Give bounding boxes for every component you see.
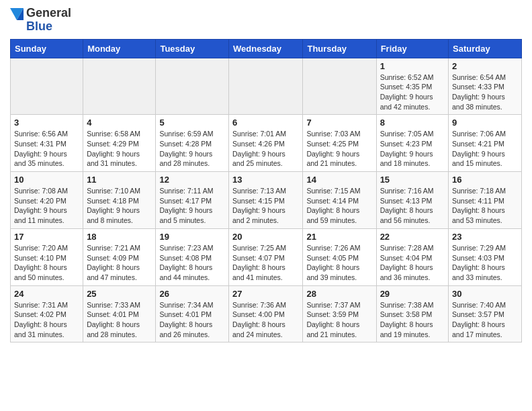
day-number: 21 bbox=[306, 232, 372, 242]
day-info: Sunrise: 7:08 AM Sunset: 4:20 PM Dayligh… bbox=[14, 186, 79, 226]
day-info: Sunrise: 7:16 AM Sunset: 4:13 PM Dayligh… bbox=[380, 186, 445, 226]
calendar-day-cell: 22Sunrise: 7:28 AM Sunset: 4:04 PM Dayli… bbox=[376, 228, 448, 285]
weekday-header: Tuesday bbox=[156, 39, 229, 58]
day-info: Sunrise: 7:06 AM Sunset: 4:21 PM Dayligh… bbox=[452, 129, 518, 169]
calendar-day-cell: 16Sunrise: 7:18 AM Sunset: 4:11 PM Dayli… bbox=[449, 172, 522, 229]
day-info: Sunrise: 6:54 AM Sunset: 4:33 PM Dayligh… bbox=[452, 73, 518, 112]
day-number: 18 bbox=[87, 232, 152, 242]
calendar-day-cell: 7Sunrise: 7:03 AM Sunset: 4:25 PM Daylig… bbox=[303, 115, 376, 172]
day-number: 26 bbox=[159, 289, 225, 299]
weekday-header: Wednesday bbox=[229, 39, 303, 58]
day-number: 15 bbox=[380, 175, 445, 185]
calendar-day-cell: 20Sunrise: 7:25 AM Sunset: 4:07 PM Dayli… bbox=[229, 228, 303, 285]
day-number: 16 bbox=[452, 175, 518, 185]
day-number: 5 bbox=[159, 118, 225, 128]
calendar-day-cell: 23Sunrise: 7:29 AM Sunset: 4:03 PM Dayli… bbox=[449, 228, 522, 285]
calendar-day-cell: 13Sunrise: 7:13 AM Sunset: 4:15 PM Dayli… bbox=[229, 172, 303, 229]
calendar-day-cell: 8Sunrise: 7:05 AM Sunset: 4:23 PM Daylig… bbox=[376, 115, 448, 172]
calendar-day-cell: 12Sunrise: 7:11 AM Sunset: 4:17 PM Dayli… bbox=[156, 172, 229, 229]
day-info: Sunrise: 7:31 AM Sunset: 4:02 PM Dayligh… bbox=[14, 300, 79, 340]
calendar-day-cell: 17Sunrise: 7:20 AM Sunset: 4:10 PM Dayli… bbox=[11, 228, 83, 285]
calendar-day-cell: 28Sunrise: 7:37 AM Sunset: 3:59 PM Dayli… bbox=[303, 285, 376, 342]
day-info: Sunrise: 7:38 AM Sunset: 3:58 PM Dayligh… bbox=[380, 300, 445, 340]
day-number: 12 bbox=[159, 175, 225, 185]
calendar-day-cell bbox=[156, 58, 229, 115]
day-info: Sunrise: 7:01 AM Sunset: 4:26 PM Dayligh… bbox=[232, 129, 299, 169]
day-number: 14 bbox=[306, 175, 372, 185]
day-number: 17 bbox=[14, 232, 79, 242]
day-number: 25 bbox=[87, 289, 152, 299]
calendar-day-cell: 18Sunrise: 7:21 AM Sunset: 4:09 PM Dayli… bbox=[83, 228, 156, 285]
calendar-day-cell: 19Sunrise: 7:23 AM Sunset: 4:08 PM Dayli… bbox=[156, 228, 229, 285]
calendar-day-cell: 10Sunrise: 7:08 AM Sunset: 4:20 PM Dayli… bbox=[11, 172, 83, 229]
day-info: Sunrise: 6:56 AM Sunset: 4:31 PM Dayligh… bbox=[14, 129, 79, 169]
day-number: 11 bbox=[87, 175, 152, 185]
calendar-header-row: SundayMondayTuesdayWednesdayThursdayFrid… bbox=[11, 39, 522, 58]
calendar-day-cell: 14Sunrise: 7:15 AM Sunset: 4:14 PM Dayli… bbox=[303, 172, 376, 229]
day-number: 24 bbox=[14, 289, 79, 299]
calendar-day-cell: 11Sunrise: 7:10 AM Sunset: 4:18 PM Dayli… bbox=[83, 172, 156, 229]
day-info: Sunrise: 7:36 AM Sunset: 4:00 PM Dayligh… bbox=[232, 300, 299, 340]
calendar-day-cell: 25Sunrise: 7:33 AM Sunset: 4:01 PM Dayli… bbox=[83, 285, 156, 342]
logo: GeneralBlue bbox=[10, 7, 71, 34]
day-number: 9 bbox=[452, 118, 518, 128]
day-number: 19 bbox=[159, 232, 225, 242]
day-number: 3 bbox=[14, 118, 79, 128]
calendar-day-cell: 30Sunrise: 7:40 AM Sunset: 3:57 PM Dayli… bbox=[449, 285, 522, 342]
day-info: Sunrise: 7:21 AM Sunset: 4:09 PM Dayligh… bbox=[87, 243, 152, 283]
calendar-day-cell: 29Sunrise: 7:38 AM Sunset: 3:58 PM Dayli… bbox=[376, 285, 448, 342]
calendar-day-cell bbox=[11, 58, 83, 115]
day-number: 7 bbox=[306, 118, 372, 128]
day-info: Sunrise: 7:23 AM Sunset: 4:08 PM Dayligh… bbox=[159, 243, 225, 283]
calendar-week-row: 10Sunrise: 7:08 AM Sunset: 4:20 PM Dayli… bbox=[11, 172, 522, 229]
day-info: Sunrise: 6:58 AM Sunset: 4:29 PM Dayligh… bbox=[87, 129, 152, 169]
day-number: 27 bbox=[232, 289, 299, 299]
day-number: 23 bbox=[452, 232, 518, 242]
logo-general-text: General bbox=[26, 7, 71, 20]
day-number: 20 bbox=[232, 232, 299, 242]
calendar-day-cell: 27Sunrise: 7:36 AM Sunset: 4:00 PM Dayli… bbox=[229, 285, 303, 342]
calendar-day-cell: 6Sunrise: 7:01 AM Sunset: 4:26 PM Daylig… bbox=[229, 115, 303, 172]
calendar-week-row: 17Sunrise: 7:20 AM Sunset: 4:10 PM Dayli… bbox=[11, 228, 522, 285]
day-number: 13 bbox=[232, 175, 299, 185]
day-info: Sunrise: 7:05 AM Sunset: 4:23 PM Dayligh… bbox=[380, 129, 445, 169]
calendar-day-cell: 21Sunrise: 7:26 AM Sunset: 4:05 PM Dayli… bbox=[303, 228, 376, 285]
calendar-day-cell: 5Sunrise: 6:59 AM Sunset: 4:28 PM Daylig… bbox=[156, 115, 229, 172]
calendar-day-cell bbox=[229, 58, 303, 115]
day-info: Sunrise: 7:37 AM Sunset: 3:59 PM Dayligh… bbox=[306, 300, 372, 340]
calendar-day-cell bbox=[83, 58, 156, 115]
weekday-header: Sunday bbox=[11, 39, 83, 58]
calendar-week-row: 1Sunrise: 6:52 AM Sunset: 4:35 PM Daylig… bbox=[11, 58, 522, 115]
day-info: Sunrise: 7:40 AM Sunset: 3:57 PM Dayligh… bbox=[452, 300, 518, 340]
calendar-week-row: 3Sunrise: 6:56 AM Sunset: 4:31 PM Daylig… bbox=[11, 115, 522, 172]
weekday-header: Saturday bbox=[449, 39, 522, 58]
logo-blue-text: Blue bbox=[26, 20, 71, 34]
day-info: Sunrise: 7:10 AM Sunset: 4:18 PM Dayligh… bbox=[87, 186, 152, 226]
day-info: Sunrise: 7:11 AM Sunset: 4:17 PM Dayligh… bbox=[159, 186, 225, 226]
day-info: Sunrise: 6:52 AM Sunset: 4:35 PM Dayligh… bbox=[380, 73, 445, 112]
day-number: 8 bbox=[380, 118, 445, 128]
weekday-header: Monday bbox=[83, 39, 156, 58]
day-info: Sunrise: 7:28 AM Sunset: 4:04 PM Dayligh… bbox=[380, 243, 445, 283]
calendar-day-cell: 3Sunrise: 6:56 AM Sunset: 4:31 PM Daylig… bbox=[11, 115, 83, 172]
day-info: Sunrise: 7:03 AM Sunset: 4:25 PM Dayligh… bbox=[306, 129, 372, 169]
calendar-day-cell: 26Sunrise: 7:34 AM Sunset: 4:01 PM Dayli… bbox=[156, 285, 229, 342]
calendar-day-cell: 1Sunrise: 6:52 AM Sunset: 4:35 PM Daylig… bbox=[376, 58, 448, 115]
day-info: Sunrise: 7:34 AM Sunset: 4:01 PM Dayligh… bbox=[159, 300, 225, 340]
day-number: 30 bbox=[452, 289, 518, 299]
day-number: 4 bbox=[87, 118, 152, 128]
calendar-table: SundayMondayTuesdayWednesdayThursdayFrid… bbox=[10, 39, 522, 343]
day-info: Sunrise: 7:15 AM Sunset: 4:14 PM Dayligh… bbox=[306, 186, 372, 226]
calendar-day-cell: 24Sunrise: 7:31 AM Sunset: 4:02 PM Dayli… bbox=[11, 285, 83, 342]
day-info: Sunrise: 7:29 AM Sunset: 4:03 PM Dayligh… bbox=[452, 243, 518, 283]
calendar-day-cell: 15Sunrise: 7:16 AM Sunset: 4:13 PM Dayli… bbox=[376, 172, 448, 229]
calendar-day-cell: 2Sunrise: 6:54 AM Sunset: 4:33 PM Daylig… bbox=[449, 58, 522, 115]
calendar-day-cell: 9Sunrise: 7:06 AM Sunset: 4:21 PM Daylig… bbox=[449, 115, 522, 172]
day-number: 29 bbox=[380, 289, 445, 299]
day-info: Sunrise: 7:13 AM Sunset: 4:15 PM Dayligh… bbox=[232, 186, 299, 226]
logo-triangle-icon bbox=[10, 8, 24, 32]
day-info: Sunrise: 7:20 AM Sunset: 4:10 PM Dayligh… bbox=[14, 243, 79, 283]
calendar-day-cell bbox=[303, 58, 376, 115]
day-number: 10 bbox=[14, 175, 79, 185]
day-info: Sunrise: 6:59 AM Sunset: 4:28 PM Dayligh… bbox=[159, 129, 225, 169]
